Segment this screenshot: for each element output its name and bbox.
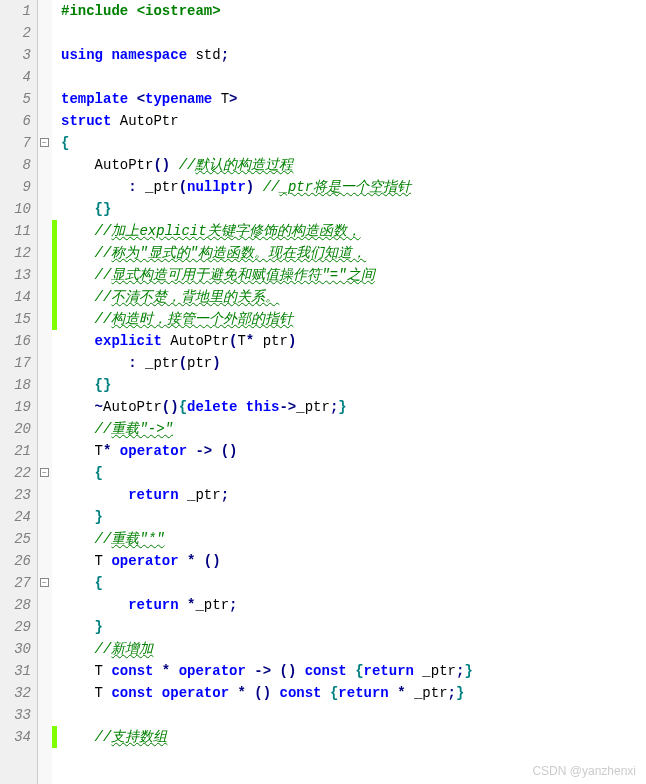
line-number: 23 <box>0 484 31 506</box>
code-area[interactable]: #include <iostream>using namespace std;t… <box>57 0 646 784</box>
code-line[interactable]: //重载"*" <box>61 528 646 550</box>
code-token: // <box>95 289 112 305</box>
code-line[interactable]: } <box>61 616 646 638</box>
code-line[interactable]: //显式构造可用于避免和赋值操作符"="之间 <box>61 264 646 286</box>
code-line[interactable]: { <box>61 462 646 484</box>
code-token: {} <box>95 201 112 217</box>
code-token <box>61 399 95 415</box>
fold-toggle-icon[interactable]: − <box>40 578 49 587</box>
code-token: } <box>95 619 103 635</box>
line-number: 5 <box>0 88 31 110</box>
code-line[interactable]: return *_ptr; <box>61 594 646 616</box>
code-token: 默认的构造过程 <box>195 157 293 173</box>
code-line[interactable]: AutoPtr() //默认的构造过程 <box>61 154 646 176</box>
code-line[interactable]: //加上explicit关键字修饰的构造函数， <box>61 220 646 242</box>
code-token: // <box>95 245 112 261</box>
code-token: operator <box>162 685 238 701</box>
line-number: 13 <box>0 264 31 286</box>
code-line[interactable]: : _ptr(ptr) <box>61 352 646 374</box>
code-token: T <box>61 685 111 701</box>
line-number: 2 <box>0 22 31 44</box>
code-token: template <box>61 91 137 107</box>
change-marker <box>52 264 57 286</box>
code-token: > <box>229 91 237 107</box>
code-token: : <box>128 179 145 195</box>
code-line[interactable]: //重载"->" <box>61 418 646 440</box>
code-token: // <box>95 641 112 657</box>
code-line[interactable]: T operator * () <box>61 550 646 572</box>
code-token: -> <box>279 399 296 415</box>
code-token: const <box>111 663 161 679</box>
code-line[interactable] <box>61 704 646 726</box>
code-token: 称为"显式的"构造函数。现在我们知道， <box>111 245 366 261</box>
code-token: () <box>221 443 238 459</box>
fold-column[interactable]: −−− <box>38 0 52 784</box>
code-line[interactable]: #include <iostream> <box>61 0 646 22</box>
fold-toggle-icon[interactable]: − <box>40 468 49 477</box>
code-line[interactable]: explicit AutoPtr(T* ptr) <box>61 330 646 352</box>
code-line[interactable]: //构造时，接管一个外部的指针 <box>61 308 646 330</box>
code-line[interactable]: { <box>61 572 646 594</box>
code-token <box>61 201 95 217</box>
code-line[interactable]: T const operator * () const {return * _p… <box>61 682 646 704</box>
code-token: * <box>162 663 179 679</box>
code-token <box>61 487 128 503</box>
code-token: <iostream> <box>137 3 221 19</box>
code-line[interactable]: return _ptr; <box>61 484 646 506</box>
code-token: } <box>456 685 464 701</box>
code-token: struct <box>61 113 120 129</box>
code-line[interactable]: template <typename T> <box>61 88 646 110</box>
line-number-gutter: 1234567891011121314151617181920212223242… <box>0 0 38 784</box>
code-token: operator <box>120 443 196 459</box>
code-token: AutoPtr <box>103 399 162 415</box>
code-line[interactable]: //支持数组 <box>61 726 646 748</box>
code-line[interactable]: //称为"显式的"构造函数。现在我们知道， <box>61 242 646 264</box>
code-line[interactable] <box>61 66 646 88</box>
code-token: ptr <box>263 333 288 349</box>
code-token: T <box>61 663 111 679</box>
line-number: 8 <box>0 154 31 176</box>
line-number: 16 <box>0 330 31 352</box>
code-line[interactable]: struct AutoPtr <box>61 110 646 132</box>
code-token: AutoPtr <box>61 157 153 173</box>
code-token: T <box>237 333 245 349</box>
code-token: const <box>305 663 355 679</box>
code-line[interactable] <box>61 22 646 44</box>
code-token <box>61 619 95 635</box>
code-token: ( <box>179 355 187 371</box>
code-token: } <box>464 663 472 679</box>
code-token: nullptr <box>187 179 246 195</box>
code-line[interactable]: ~AutoPtr(){delete this->_ptr;} <box>61 396 646 418</box>
code-token: operator <box>111 553 187 569</box>
code-token: : <box>128 355 145 371</box>
code-editor[interactable]: 1234567891011121314151617181920212223242… <box>0 0 646 784</box>
code-token: explicit <box>95 333 171 349</box>
line-number: 15 <box>0 308 31 330</box>
code-line[interactable]: T const * operator -> () const {return _… <box>61 660 646 682</box>
code-line[interactable]: {} <box>61 198 646 220</box>
code-line[interactable]: //不清不楚，背地里的关系。 <box>61 286 646 308</box>
code-token: { <box>61 135 69 151</box>
code-line[interactable]: { <box>61 132 646 154</box>
code-token: -> <box>195 443 220 459</box>
code-line[interactable]: {} <box>61 374 646 396</box>
line-number: 30 <box>0 638 31 660</box>
code-token: _ptr <box>296 399 330 415</box>
code-line[interactable]: using namespace std; <box>61 44 646 66</box>
code-token: AutoPtr <box>170 333 229 349</box>
line-number: 17 <box>0 352 31 374</box>
code-token <box>61 421 95 437</box>
line-number: 33 <box>0 704 31 726</box>
change-marker <box>52 242 57 264</box>
code-line[interactable]: T* operator -> () <box>61 440 646 462</box>
code-token: ; <box>221 47 229 63</box>
code-line[interactable]: : _ptr(nullptr) //_ptr将是一个空指针 <box>61 176 646 198</box>
code-line[interactable]: } <box>61 506 646 528</box>
fold-toggle-icon[interactable]: − <box>40 138 49 147</box>
code-line[interactable]: //新增加 <box>61 638 646 660</box>
code-token: * <box>246 333 263 349</box>
code-token: 不清不楚，背地里的关系。 <box>111 289 279 305</box>
line-number: 19 <box>0 396 31 418</box>
code-token: 新增加 <box>111 641 153 657</box>
code-token: // <box>95 311 112 327</box>
